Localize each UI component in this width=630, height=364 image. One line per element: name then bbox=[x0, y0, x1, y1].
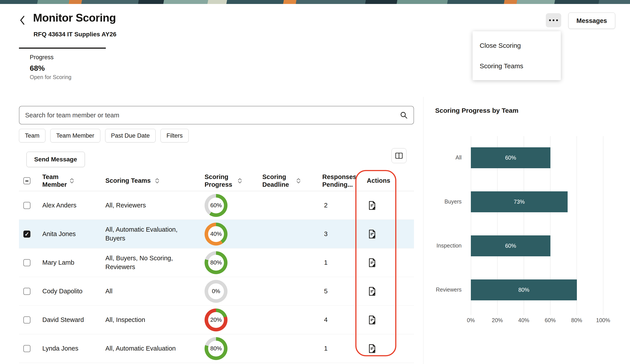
responses-pending-value: 1 bbox=[322, 259, 359, 266]
axis-tick: 80% bbox=[571, 317, 582, 324]
responses-pending-value: 4 bbox=[322, 316, 359, 324]
row-checkbox[interactable] bbox=[23, 345, 30, 352]
progress-donut: 40% bbox=[204, 223, 228, 245]
ellipsis-icon bbox=[549, 19, 558, 21]
table-row[interactable]: Alex Anders All, Reviewers 60% 2 bbox=[19, 191, 414, 220]
scoring-teams-value: All, Automatic Evaluation, Buyers bbox=[105, 225, 204, 242]
chip-team-member[interactable]: Team Member bbox=[50, 129, 100, 143]
manage-columns-button[interactable] bbox=[392, 148, 406, 163]
search-bar[interactable] bbox=[19, 106, 414, 124]
scoring-teams-value: All, Buyers, No Scoring, Reviewers bbox=[105, 254, 204, 271]
row-checkbox[interactable] bbox=[23, 202, 30, 209]
more-actions-button[interactable] bbox=[546, 13, 561, 27]
chevron-left-icon bbox=[18, 15, 26, 25]
filter-chips: Team Team Member Past Due Date Filters bbox=[19, 129, 189, 143]
chart-bar: 60% bbox=[471, 147, 550, 168]
team-member-name: Lynda Jones bbox=[38, 345, 105, 352]
table-row[interactable]: David Steward All, Inspection 20% 4 bbox=[19, 306, 414, 334]
scoring-teams-value: All, Automatic Evaluation bbox=[105, 344, 204, 353]
select-all-checkbox[interactable] bbox=[23, 177, 30, 184]
search-input[interactable] bbox=[25, 112, 400, 119]
category-label: Reviewers bbox=[436, 287, 462, 293]
progress-percent: 0% bbox=[208, 283, 224, 299]
axis-tick: 0% bbox=[467, 317, 475, 324]
responses-pending-value: 2 bbox=[322, 202, 359, 209]
progress-value: 68% bbox=[30, 64, 45, 72]
table-header: Team Member Scoring Teams Scoring Progre… bbox=[19, 171, 414, 191]
scoring-teams-value: All bbox=[105, 287, 204, 296]
edit-score-icon[interactable] bbox=[367, 344, 378, 354]
sort-icon[interactable] bbox=[155, 177, 160, 184]
page-title: Monitor Scoring bbox=[33, 11, 116, 24]
progress-donut: 80% bbox=[204, 251, 228, 274]
chart-bar: 60% bbox=[471, 235, 550, 256]
category-label: Buyers bbox=[444, 198, 462, 205]
sort-icon[interactable] bbox=[238, 177, 242, 184]
column-responses-pending: Responses Pending... bbox=[322, 173, 359, 189]
progress-status: Open for Scoring bbox=[30, 74, 72, 80]
progress-percent: 80% bbox=[208, 255, 224, 271]
row-checkbox[interactable] bbox=[23, 230, 30, 238]
chart-bar: 73% bbox=[471, 191, 568, 212]
table-row[interactable]: Lynda Jones All, Automatic Evaluation 80… bbox=[19, 334, 414, 363]
team-member-name: Alex Anders bbox=[38, 202, 105, 209]
team-member-name: Anita Jones bbox=[38, 230, 105, 238]
decorative-banner bbox=[0, 0, 630, 4]
row-checkbox[interactable] bbox=[23, 259, 30, 266]
progress-donut: 80% bbox=[204, 337, 228, 360]
column-actions: Actions bbox=[359, 177, 390, 184]
edit-score-icon[interactable] bbox=[367, 229, 378, 239]
progress-percent: 80% bbox=[208, 341, 224, 357]
column-team-member: Team Member bbox=[38, 173, 66, 189]
progress-percent: 40% bbox=[208, 226, 224, 242]
progress-percent: 60% bbox=[208, 197, 224, 213]
responses-pending-value: 5 bbox=[322, 288, 359, 295]
scoring-table: Team Member Scoring Teams Scoring Progre… bbox=[19, 171, 414, 363]
chip-team[interactable]: Team bbox=[19, 129, 46, 143]
scoring-teams-value: All, Inspection bbox=[105, 316, 204, 324]
sort-icon[interactable] bbox=[296, 177, 301, 184]
responses-pending-value: 3 bbox=[322, 230, 359, 238]
progress-donut: 0% bbox=[204, 280, 228, 303]
row-checkbox[interactable] bbox=[23, 316, 30, 324]
row-checkbox[interactable] bbox=[23, 288, 30, 295]
progress-donut: 20% bbox=[204, 309, 228, 331]
menu-item-scoring-teams[interactable]: Scoring Teams bbox=[472, 56, 561, 76]
chart-bar: 80% bbox=[471, 279, 577, 300]
category-label: All bbox=[456, 154, 462, 161]
page-subtitle: RFQ 43634 IT Supplies AY26 bbox=[34, 31, 116, 38]
edit-score-icon[interactable] bbox=[367, 315, 378, 325]
sort-icon[interactable] bbox=[70, 177, 74, 184]
chart-title: Scoring Progress by Team bbox=[435, 107, 518, 114]
more-actions-menu: Close Scoring Scoring Teams bbox=[472, 31, 561, 80]
progress-percent: 20% bbox=[208, 312, 224, 328]
table-row[interactable]: Cody Dapolito All 0% 5 bbox=[19, 277, 414, 306]
axis-tick: 100% bbox=[596, 317, 610, 324]
chart-x-axis: 0% 20% 40% 60% 80% 100% bbox=[471, 317, 603, 324]
progress-label: Progress bbox=[30, 54, 54, 61]
scoring-teams-value: All, Reviewers bbox=[105, 201, 204, 210]
column-scoring-progress: Scoring Progress bbox=[204, 173, 234, 189]
bar-chart: 60% 73% 60% 80% bbox=[471, 136, 603, 315]
menu-item-close-scoring[interactable]: Close Scoring bbox=[472, 35, 561, 56]
columns-icon bbox=[395, 152, 403, 159]
team-member-name: David Steward bbox=[38, 316, 105, 324]
send-message-button[interactable]: Send Message bbox=[26, 152, 85, 167]
table-row[interactable]: Anita Jones All, Automatic Evaluation, B… bbox=[19, 220, 414, 248]
edit-score-icon[interactable] bbox=[367, 200, 378, 210]
search-icon[interactable] bbox=[400, 111, 408, 119]
chip-filters[interactable]: Filters bbox=[160, 129, 189, 143]
responses-pending-value: 1 bbox=[322, 345, 359, 352]
chip-past-due-date[interactable]: Past Due Date bbox=[105, 129, 156, 143]
edit-score-icon[interactable] bbox=[367, 286, 378, 296]
axis-tick: 40% bbox=[518, 317, 529, 324]
column-scoring-deadline: Scoring Deadline bbox=[262, 173, 292, 189]
progress-donut: 60% bbox=[204, 194, 228, 217]
edit-score-icon[interactable] bbox=[367, 258, 378, 268]
back-button[interactable] bbox=[16, 14, 29, 27]
category-label: Inspection bbox=[436, 242, 462, 249]
table-row[interactable]: Mary Lamb All, Buyers, No Scoring, Revie… bbox=[19, 248, 414, 277]
messages-button[interactable]: Messages bbox=[568, 12, 615, 29]
team-member-name: Mary Lamb bbox=[38, 259, 105, 266]
tab-underline bbox=[19, 48, 106, 49]
